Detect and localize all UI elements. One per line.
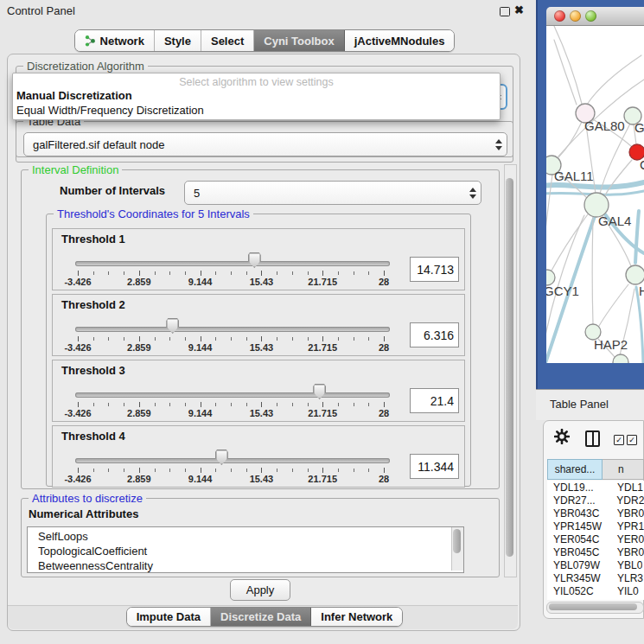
- minor-tick: [124, 403, 124, 406]
- cell-shared-name: YBL079W: [547, 559, 609, 571]
- tab-jactivemnodules[interactable]: jActiveMNodules: [345, 30, 455, 51]
- minor-tick: [155, 271, 156, 275]
- tick-label: 9.144: [188, 408, 213, 418]
- network-node[interactable]: [626, 265, 644, 284]
- table-row[interactable]: YDL19...YDL1: [547, 481, 644, 494]
- minor-tick: [292, 469, 293, 472]
- column-header-shared-name[interactable]: shared...: [547, 459, 603, 480]
- major-tick: [261, 468, 262, 473]
- network-node-label: GCY1: [546, 284, 579, 298]
- cell-shared-name: YBR043C: [547, 507, 609, 520]
- settings-gear-icon[interactable]: [554, 429, 570, 444]
- tab-network[interactable]: Network: [75, 30, 155, 51]
- tab-cyni-toolbox[interactable]: Cyni Toolbox: [254, 30, 344, 51]
- table-row[interactable]: YLR345WYLR3: [547, 571, 644, 584]
- threshold-4-value-input[interactable]: [410, 454, 459, 479]
- network-canvas[interactable]: GAL80GACGAL11GAL4GCY1HHAP2: [546, 26, 644, 363]
- minor-tick: [215, 337, 216, 341]
- threshold-slider-track[interactable]: [75, 392, 390, 398]
- cell-name: YIL0: [609, 585, 639, 597]
- apply-button[interactable]: Apply: [230, 579, 290, 601]
- discretization-algorithm-group-title: Discretization Algorithm: [23, 60, 148, 73]
- minor-tick: [277, 271, 277, 275]
- attribute-list-item[interactable]: BetweennessCentrality: [28, 558, 463, 573]
- threshold-3-value-input[interactable]: [410, 388, 459, 413]
- major-tick: [384, 271, 385, 276]
- tab-label: Impute Data: [137, 610, 201, 623]
- threshold-slider-track[interactable]: [75, 327, 390, 332]
- minor-tick: [368, 469, 369, 472]
- minor-tick: [215, 271, 216, 275]
- minor-tick: [215, 403, 216, 406]
- table-row[interactable]: YPR145WYPR1: [547, 520, 644, 532]
- table-data-combobox[interactable]: galFiltered.sif default node: [23, 132, 507, 156]
- minor-tick: [292, 271, 293, 275]
- tick-label: 15.43: [250, 474, 274, 484]
- bottom-tab-infer-network[interactable]: Infer Network: [311, 608, 402, 626]
- tick-label: 15.43: [250, 408, 274, 418]
- minimize-traffic-light-icon[interactable]: [570, 10, 581, 22]
- bottom-tab-group: Impute DataDiscretize DataInfer Network: [126, 607, 404, 627]
- table-horizontal-scrollbar-thumb[interactable]: [549, 603, 637, 610]
- attribute-list-item[interactable]: TopologicalCoefficient: [28, 544, 463, 558]
- threshold-slider-track[interactable]: [75, 458, 390, 463]
- cell-name: YBR0: [609, 546, 644, 558]
- table-row[interactable]: YIL052CYIL0: [547, 584, 644, 597]
- bottom-tab-discretize-data[interactable]: Discretize Data: [211, 608, 311, 626]
- threshold-2-value-input[interactable]: [410, 322, 459, 348]
- threshold-1-value-input[interactable]: [410, 257, 459, 282]
- column-header-name[interactable]: n: [603, 459, 644, 480]
- algorithm-option-manual[interactable]: Manual Discretization: [16, 89, 132, 102]
- table-row[interactable]: YDR27...YDR2: [547, 494, 644, 507]
- tick-label: -3.426: [64, 408, 91, 418]
- network-edge: [554, 26, 582, 104]
- threshold-slider-track[interactable]: [75, 261, 390, 266]
- settings-vertical-scrollbar[interactable]: [504, 164, 517, 577]
- minor-tick: [169, 271, 170, 275]
- zoom-traffic-light-icon[interactable]: [585, 10, 596, 22]
- attribute-list-item[interactable]: SelfLoops: [28, 529, 463, 544]
- table-row[interactable]: YER054CYER0: [547, 532, 644, 545]
- table-horizontal-scrollbar[interactable]: [546, 602, 644, 614]
- column-checkbox-icon[interactable]: ✓: [614, 435, 624, 445]
- settings-vertical-scrollbar-thumb[interactable]: [506, 178, 513, 557]
- close-icon[interactable]: ✖: [514, 3, 524, 16]
- table-row[interactable]: YBL079WYBL0: [547, 558, 644, 571]
- minor-tick: [308, 403, 309, 406]
- attributes-list-scrollbar[interactable]: [451, 527, 463, 571]
- minor-tick: [215, 469, 216, 472]
- tab-select[interactable]: Select: [201, 30, 254, 51]
- control-panel-tabbar: NetworkStyleSelectCyni ToolboxjActiveMNo…: [0, 29, 529, 50]
- minor-tick: [354, 403, 354, 406]
- algorithm-option-equal-width[interactable]: Equal Width/Frequency Discretization: [16, 104, 204, 117]
- attributes-list-scrollbar-thumb[interactable]: [453, 529, 461, 553]
- tick-label: 2.859: [127, 277, 151, 287]
- cell-name: YPR1: [609, 520, 644, 532]
- minor-tick: [277, 469, 277, 472]
- tick-label: 9.144: [188, 277, 213, 287]
- cell-shared-name: YIL052C: [547, 585, 609, 597]
- attributes-group-title: Attributes to discretize: [29, 492, 146, 505]
- threshold-label: Threshold 3: [61, 364, 125, 377]
- interval-definition-group-title: Interval Definition: [29, 163, 122, 176]
- number-of-intervals-combobox[interactable]: 5: [184, 181, 481, 205]
- minor-tick: [155, 337, 156, 341]
- algorithm-hint: Select algorithm to view settings: [13, 76, 500, 88]
- major-tick: [78, 468, 79, 473]
- network-edge: [554, 40, 577, 105]
- column-checkbox-icon[interactable]: ✓: [627, 435, 637, 445]
- table-data-selected-value: galFiltered.sif default node: [24, 138, 491, 151]
- network-node[interactable]: [613, 354, 628, 363]
- network-window-titlebar[interactable]: [546, 7, 644, 26]
- major-tick: [261, 402, 262, 407]
- tab-style[interactable]: Style: [155, 30, 201, 51]
- minor-tick: [308, 469, 309, 472]
- numerical-attributes-list[interactable]: SelfLoopsTopologicalCoefficientBetweenne…: [27, 526, 464, 573]
- table-row[interactable]: YBR045CYBR0: [547, 545, 644, 558]
- table-row[interactable]: YBR043CYBR0: [547, 507, 644, 520]
- split-columns-icon[interactable]: [585, 430, 600, 447]
- tab-label: Select: [211, 35, 244, 48]
- close-traffic-light-icon[interactable]: [554, 10, 565, 22]
- bottom-tab-impute-data[interactable]: Impute Data: [127, 608, 211, 626]
- float-window-icon[interactable]: [500, 7, 510, 16]
